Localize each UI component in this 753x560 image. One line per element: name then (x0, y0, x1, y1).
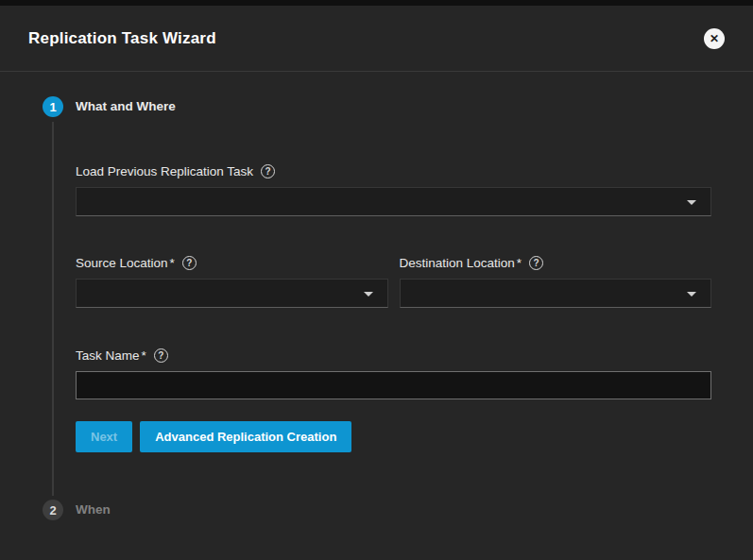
field-group-load-previous: Load Previous Replication Task ? (76, 163, 711, 216)
step-1-rail: 1 (43, 96, 63, 496)
task-name-label-row: Task Name * ? (76, 348, 711, 364)
destination-location-column: Destination Location * ? (400, 255, 712, 308)
source-location-label-row: Source Location * ? (76, 255, 388, 271)
step-when[interactable]: 2 When (43, 500, 711, 520)
dialog-title: Replication Task Wizard (28, 29, 216, 48)
close-icon[interactable]: ✕ (704, 28, 725, 49)
wizard-content: 1 What and Where Load Previous Replicati… (0, 72, 753, 520)
step-1-title: What and Where (76, 96, 711, 117)
required-asterisk: * (517, 255, 522, 271)
close-glyph: ✕ (710, 33, 719, 44)
step-1-circle[interactable]: 1 (43, 96, 63, 117)
step-2-rail: 2 (43, 500, 63, 520)
destination-location-label-row: Destination Location * ? (400, 255, 712, 271)
stepper-connector-line (52, 122, 54, 496)
task-name-input[interactable] (76, 371, 711, 399)
help-glyph: ? (158, 351, 163, 361)
load-previous-select[interactable] (76, 187, 711, 216)
field-group-locations: Source Location * ? Destination Location (76, 255, 711, 308)
dialog-header: Replication Task Wizard ✕ (0, 6, 753, 72)
load-previous-label: Load Previous Replication Task (76, 163, 253, 179)
field-group-task-name: Task Name * ? (76, 348, 711, 399)
wizard-actions: Next Advanced Replication Creation (76, 421, 711, 452)
help-glyph: ? (265, 167, 271, 177)
source-location-label: Source Location (76, 255, 168, 271)
chevron-down-icon (364, 292, 373, 297)
advanced-replication-creation-button[interactable]: Advanced Replication Creation (140, 421, 351, 452)
help-icon[interactable]: ? (182, 256, 197, 270)
help-glyph: ? (534, 259, 539, 268)
task-name-label: Task Name (76, 348, 140, 364)
source-location-column: Source Location * ? (76, 255, 388, 308)
help-icon[interactable]: ? (261, 164, 275, 178)
source-location-select[interactable] (76, 279, 388, 308)
required-asterisk: * (142, 348, 146, 364)
chevron-down-icon (687, 200, 696, 205)
help-icon[interactable]: ? (529, 256, 543, 270)
destination-location-label: Destination Location (400, 255, 515, 271)
step-2-title: When (76, 500, 711, 520)
next-button[interactable]: Next (76, 421, 132, 452)
help-glyph: ? (186, 259, 192, 268)
step-2-circle[interactable]: 2 (43, 500, 63, 520)
required-asterisk: * (170, 255, 175, 271)
destination-location-select[interactable] (400, 279, 712, 308)
load-previous-label-row: Load Previous Replication Task ? (76, 163, 711, 179)
step-what-and-where: 1 What and Where Load Previous Replicati… (43, 96, 711, 496)
help-icon[interactable]: ? (154, 348, 168, 363)
chevron-down-icon (687, 292, 696, 297)
